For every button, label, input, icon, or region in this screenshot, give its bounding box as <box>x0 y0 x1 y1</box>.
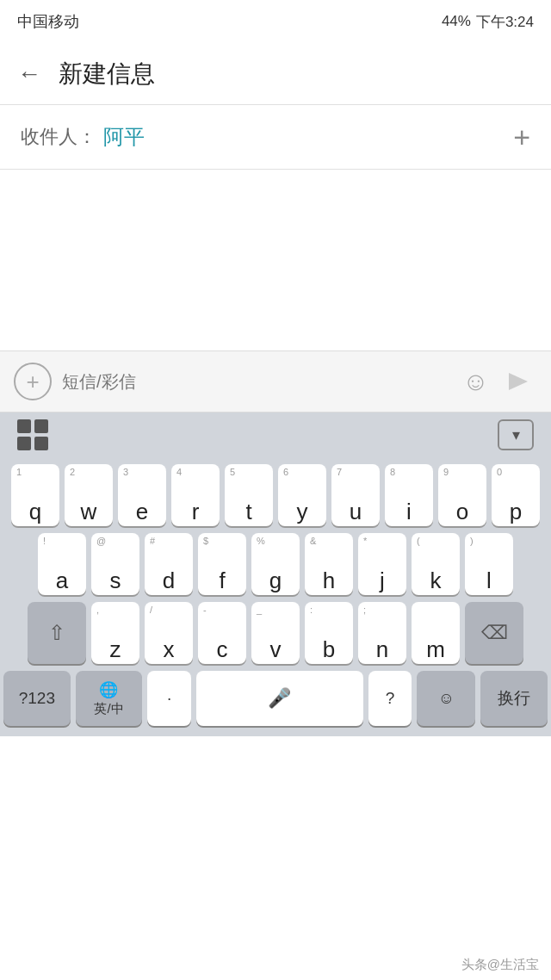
key-v[interactable]: _v <box>251 602 300 664</box>
keyboard: 1q2w3e4r5t6y7u8i9o0p !a@s#d$f%g&h*j(k)l … <box>0 457 551 736</box>
key-sym-k: ( <box>417 537 420 546</box>
key-sym-g: % <box>257 537 265 546</box>
send-button[interactable] <box>499 363 537 400</box>
key-num-t: 5 <box>230 468 235 477</box>
time-label: 下午3:24 <box>476 12 534 32</box>
key-d[interactable]: #d <box>145 533 193 595</box>
key-f[interactable]: $f <box>198 533 246 595</box>
key-num-e: 3 <box>123 468 128 477</box>
key-num-o: 9 <box>443 468 449 477</box>
watermark: 头条@生活宝 <box>461 957 539 973</box>
keyboard-row-1: 1q2w3e4r5t6y7u8i9o0p <box>3 464 548 526</box>
key-y[interactable]: 6y <box>278 464 326 526</box>
key-sym-d: # <box>150 537 155 546</box>
key-a[interactable]: !a <box>38 533 86 595</box>
key-sym-v: _ <box>257 605 262 615</box>
key-m[interactable]: m <box>412 602 460 664</box>
key-l[interactable]: )l <box>465 533 513 595</box>
language-key[interactable]: 🌐英/中 <box>76 671 143 726</box>
key-sym-x: / <box>150 605 152 615</box>
attach-button[interactable]: + <box>14 363 52 400</box>
key-q[interactable]: 1q <box>11 464 59 526</box>
delete-icon: ⌫ <box>481 622 508 644</box>
key-g[interactable]: %g <box>251 533 300 595</box>
key-z[interactable]: ,z <box>91 602 139 664</box>
key-num-i: 8 <box>390 468 395 477</box>
recipient-label: 收件人： <box>21 124 96 150</box>
shift-key[interactable]: ⇧ <box>28 602 86 664</box>
input-bar: + ☺ <box>0 350 551 412</box>
space-key[interactable]: 🎤 <box>196 671 363 726</box>
key-sym-h: & <box>310 537 316 546</box>
key-sym-c: - <box>203 605 207 615</box>
key-sym-l: ) <box>470 537 474 546</box>
key-sym-j: * <box>363 537 367 546</box>
globe-icon: 🌐 <box>99 680 118 699</box>
key-num-r: 4 <box>176 468 182 477</box>
plus-icon: + <box>26 369 39 395</box>
dot-key[interactable]: · <box>147 671 190 726</box>
keyboard-row-3: ⇧ ,z/x-c_v:b;nm⌫ <box>3 602 548 664</box>
message-body[interactable] <box>0 170 551 350</box>
key-b[interactable]: :b <box>305 602 353 664</box>
add-recipient-button[interactable]: + <box>513 122 530 152</box>
key-u[interactable]: 7u <box>331 464 380 526</box>
key-p[interactable]: 0p <box>492 464 540 526</box>
status-bar: 中国移动 44% 下午3:24 <box>0 0 551 43</box>
recipient-row: 收件人： 阿平 + <box>0 105 551 170</box>
page-title: 新建信息 <box>59 58 155 90</box>
back-button[interactable]: ← <box>17 60 41 88</box>
key-sym-n: ; <box>363 605 366 615</box>
key-k[interactable]: (k <box>412 533 460 595</box>
key-t[interactable]: 5t <box>225 464 273 526</box>
key-j[interactable]: *j <box>358 533 406 595</box>
key-r[interactable]: 4r <box>171 464 220 526</box>
delete-key[interactable]: ⌫ <box>465 602 523 664</box>
key-sym-s: @ <box>96 537 106 546</box>
carrier-label: 中国移动 <box>17 11 79 32</box>
send-icon <box>509 373 528 390</box>
key-num-p: 0 <box>497 468 502 477</box>
enter-key[interactable]: 换行 <box>480 671 548 726</box>
key-sym-b: : <box>310 605 313 615</box>
key-num-u: 7 <box>337 468 342 477</box>
keyboard-toolbar: ▾ <box>0 412 551 457</box>
emoji-keyboard-key[interactable]: ☺ <box>417 671 475 726</box>
key-num-q: 1 <box>16 468 22 477</box>
key-sym-f: $ <box>203 537 208 546</box>
emoji-button[interactable]: ☺ <box>462 367 489 396</box>
key-num-y: 6 <box>283 468 288 477</box>
battery-label: 44% <box>442 13 471 30</box>
message-input[interactable] <box>62 372 452 392</box>
dismiss-keyboard-button[interactable]: ▾ <box>498 419 534 450</box>
lang-label: 英/中 <box>94 701 123 717</box>
num123-key[interactable]: ?123 <box>3 671 71 726</box>
recipient-name[interactable]: 阿平 <box>103 123 513 151</box>
key-h[interactable]: &h <box>305 533 353 595</box>
grid-icon[interactable] <box>17 419 48 450</box>
key-num-w: 2 <box>70 468 75 477</box>
key-c[interactable]: -c <box>198 602 246 664</box>
key-s[interactable]: @s <box>91 533 139 595</box>
key-x[interactable]: /x <box>145 602 193 664</box>
key-w[interactable]: 2w <box>65 464 113 526</box>
key-sym-z: , <box>96 605 99 615</box>
key-i[interactable]: 8i <box>385 464 433 526</box>
keyboard-row-bottom: ?123🌐英/中·🎤?☺换行 <box>3 671 548 726</box>
shift-icon: ⇧ <box>48 621 65 645</box>
question-key[interactable]: ? <box>368 671 412 726</box>
key-o[interactable]: 9o <box>438 464 486 526</box>
app-bar: ← 新建信息 <box>0 43 551 105</box>
chevron-down-icon: ▾ <box>512 425 520 444</box>
key-n[interactable]: ;n <box>358 602 406 664</box>
mic-icon: 🎤 <box>268 687 291 710</box>
keyboard-row-2: !a@s#d$f%g&h*j(k)l <box>3 533 548 595</box>
status-right: 44% 下午3:24 <box>442 12 534 32</box>
key-sym-a: ! <box>43 537 46 546</box>
key-e[interactable]: 3e <box>118 464 166 526</box>
